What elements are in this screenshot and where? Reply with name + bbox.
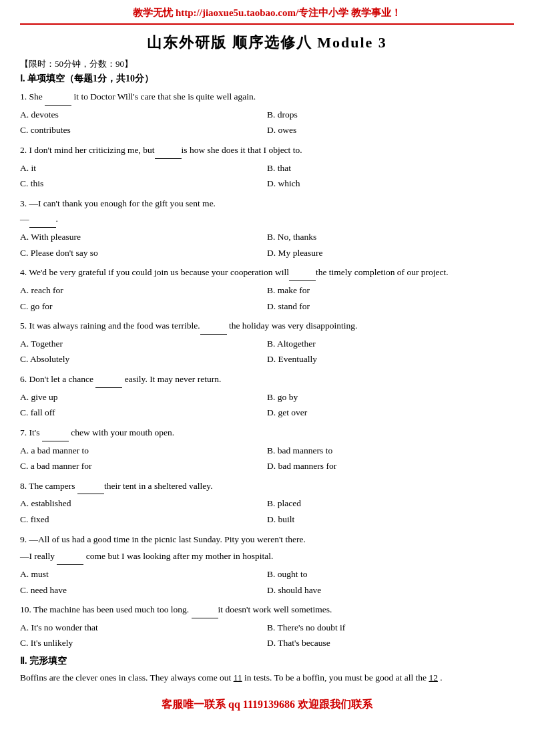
blank-12: 12 xyxy=(429,673,438,683)
option-4c: C. go for xyxy=(20,299,267,315)
option-1b: B. drops xyxy=(267,107,514,123)
option-9b: B. ought to xyxy=(267,566,514,582)
option-8a: A. established xyxy=(20,496,267,512)
question-4-text: 4. We'd be very grateful if you could jo… xyxy=(20,264,514,281)
option-4d: D. stand for xyxy=(267,299,514,315)
blank-11: 11 xyxy=(234,673,242,683)
question-1: 1. She it to Doctor Will's care that she… xyxy=(20,89,514,138)
option-3b: B. No, thanks xyxy=(267,229,514,245)
question-4: 4. We'd be very grateful if you could jo… xyxy=(20,264,514,314)
question-6: 6. Don't let a chance easily. It may nev… xyxy=(20,371,514,421)
question-5: 5. It was always raining and the food wa… xyxy=(20,318,514,367)
option-5d: D. Eventually xyxy=(267,351,514,367)
header-banner: 教学无忧 http://jiaoxue5u.taobao.com/专注中小学 教… xyxy=(20,7,514,25)
option-5b: B. Altogether xyxy=(267,336,514,352)
option-10a: A. It's no wonder that xyxy=(20,620,267,636)
subtitle1: 【限时：50分钟，分数：90】 xyxy=(20,58,514,70)
question-8-text: 8. The campers their tent in a sheltered… xyxy=(20,478,514,495)
section-2-text: Boffins are the clever ones in class. Th… xyxy=(20,670,514,686)
option-3d: D. My pleasure xyxy=(267,245,514,261)
question-10-text: 10. The machine has been used much too l… xyxy=(20,602,514,618)
section-2-title: Ⅱ. 完形填空 xyxy=(20,655,514,667)
question-9-text2: —I really come but I was looking after m… xyxy=(20,548,514,565)
question-7-text: 7. It's chew with your mouth open. xyxy=(20,425,514,441)
question-1-text: 1. She it to Doctor Will's care that she… xyxy=(20,89,514,106)
option-9a: A. must xyxy=(20,566,267,582)
option-4b: B. make for xyxy=(267,282,514,299)
question-2-text: 2. I don't mind her criticizing me, but … xyxy=(20,142,514,159)
option-5c: C. Absolutely xyxy=(20,351,267,367)
question-6-text: 6. Don't let a chance easily. It may nev… xyxy=(20,371,514,388)
option-9c: C. need have xyxy=(20,582,267,598)
question-5-text: 5. It was always raining and the food wa… xyxy=(20,318,514,335)
question-3: 3. —I can't thank you enough for the gif… xyxy=(20,196,514,261)
page-title: 山东外研版 顺序选修八 Module 3 xyxy=(20,33,514,53)
option-6d: D. get over xyxy=(267,405,514,421)
option-10d: D. That's because xyxy=(267,635,514,651)
option-2b: B. that xyxy=(267,160,514,176)
option-7a: A. a bad manner to xyxy=(20,443,267,459)
option-2a: A. it xyxy=(20,160,267,176)
option-8c: C. fixed xyxy=(20,512,267,528)
question-3-text: 3. —I can't thank you enough for the gif… xyxy=(20,196,514,228)
option-3a: A. With pleasure xyxy=(20,229,267,245)
option-7c: C. a bad manner for xyxy=(20,458,267,474)
option-10b: B. There's no doubt if xyxy=(267,620,514,636)
option-4a: A. reach for xyxy=(20,282,267,299)
option-1c: C. contributes xyxy=(20,122,267,138)
question-8: 8. The campers their tent in a sheltered… xyxy=(20,478,514,528)
option-6c: C. fall off xyxy=(20,405,267,421)
section-title-1: Ⅰ. 单项填空（每题1分，共10分） xyxy=(20,73,514,85)
question-7: 7. It's chew with your mouth open. A. a … xyxy=(20,425,514,474)
option-6a: A. give up xyxy=(20,389,267,405)
option-1d: D. owes xyxy=(267,122,514,138)
option-1a: A. devotes xyxy=(20,107,267,123)
option-10c: C. It's unlikely xyxy=(20,635,267,651)
option-8d: D. built xyxy=(267,512,514,528)
option-2c: C. this xyxy=(20,176,267,192)
footer-banner: 客服唯一联系 qq 1119139686 欢迎跟我们联系 xyxy=(20,698,514,712)
option-7b: B. bad manners to xyxy=(267,443,514,459)
question-9-text: 9. —All of us had a good time in the pic… xyxy=(20,532,514,548)
option-3c: C. Please don't say so xyxy=(20,245,267,261)
option-7d: D. bad manners for xyxy=(267,458,514,474)
option-9d: D. should have xyxy=(267,582,514,598)
question-2: 2. I don't mind her criticizing me, but … xyxy=(20,142,514,192)
question-10: 10. The machine has been used much too l… xyxy=(20,602,514,651)
option-5a: A. Together xyxy=(20,336,267,352)
option-6b: B. go by xyxy=(267,389,514,405)
option-2d: D. which xyxy=(267,176,514,192)
question-9: 9. —All of us had a good time in the pic… xyxy=(20,532,514,598)
option-8b: B. placed xyxy=(267,496,514,512)
